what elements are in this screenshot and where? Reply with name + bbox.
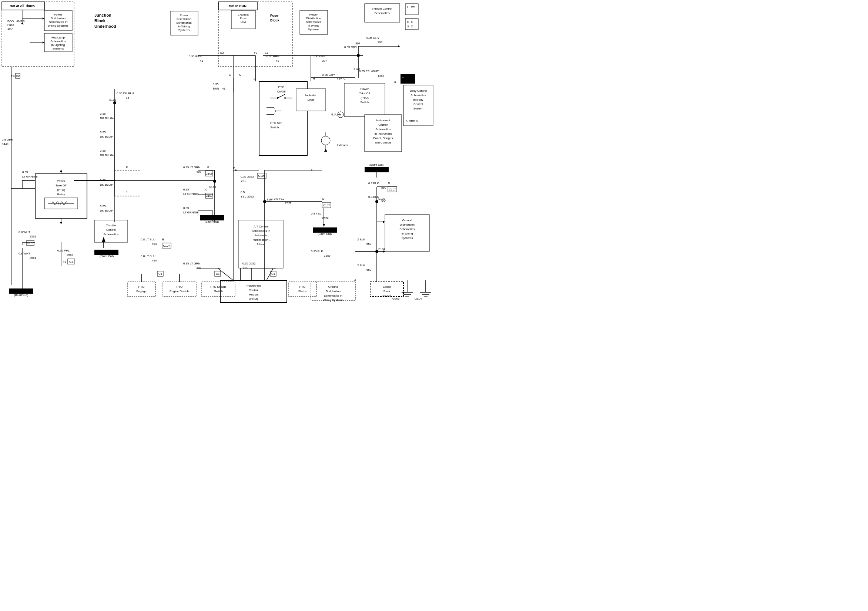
svg-text:Schematics in: Schematics in	[252, 229, 270, 233]
svg-text:0.35: 0.35	[100, 112, 106, 115]
svg-text:Schematics: Schematics	[399, 227, 415, 231]
svg-text:3440: 3440	[2, 142, 9, 146]
svg-text:H: H	[22, 242, 25, 246]
svg-text:0.35 GRY: 0.35 GRY	[366, 36, 380, 40]
svg-text:Schematics: Schematics	[306, 20, 321, 24]
svg-text:G: G	[229, 73, 231, 77]
c1-label: C1	[265, 51, 269, 54]
svg-text:0.35 LT GRN: 0.35 LT GRN	[183, 262, 201, 265]
svg-text:Distribution: Distribution	[177, 17, 191, 21]
svg-text:SP203: SP203	[382, 294, 392, 297]
svg-text:2522: 2522	[249, 262, 256, 265]
svg-text:488: 488	[196, 170, 202, 173]
svg-text:494: 494	[152, 242, 157, 246]
svg-text:C106: C106	[205, 172, 213, 175]
svg-text:0.35 GRY: 0.35 GRY	[322, 73, 335, 77]
svg-text:C107: C107	[163, 244, 170, 247]
svg-rect-181	[200, 215, 224, 220]
junction-block-label: Junction	[95, 13, 112, 17]
svg-text:Ground: Ground	[328, 285, 338, 288]
svg-text:Systems: Systems	[53, 47, 64, 50]
svg-text:0.35: 0.35	[183, 206, 189, 210]
s164-label: S164	[267, 198, 274, 201]
svg-text:Switch: Switch	[270, 126, 279, 129]
power-dist-1: Power	[54, 13, 62, 16]
svg-rect-243	[313, 227, 337, 233]
g203-label: G203	[392, 297, 400, 300]
ground-dist-box: Ground	[402, 218, 412, 222]
svg-text:0.35: 0.35	[100, 131, 106, 134]
svg-text:C: C	[205, 188, 208, 191]
g104-label: G104	[415, 297, 422, 300]
svg-text:0.8 LT BLU: 0.8 LT BLU	[141, 254, 155, 258]
svg-text:2522: 2522	[247, 195, 254, 198]
svg-text:0.35 PPL: 0.35 PPL	[57, 249, 70, 252]
svg-text:CRUISE: CRUISE	[238, 13, 249, 16]
f2-label: F2	[254, 51, 257, 54]
svg-text:in Lighting: in Lighting	[51, 43, 65, 46]
svg-text:Fuse: Fuse	[8, 23, 14, 26]
svg-text:0.35: 0.35	[242, 262, 248, 265]
svg-text:C107: C107	[205, 194, 213, 198]
svg-text:Schematics: Schematics	[375, 128, 391, 131]
svg-text:Schematics: Schematics	[103, 233, 118, 236]
svg-text:Schematics In: Schematics In	[49, 20, 67, 24]
svg-text:Distribution: Distribution	[326, 289, 341, 293]
svg-text:C106: C106	[258, 174, 265, 178]
throttle-control-mid: Throttle	[106, 224, 116, 227]
svg-text:2561: 2561	[29, 256, 36, 260]
svg-text:(Blunt Cut): (Blunt Cut)	[99, 254, 114, 258]
svg-text:Fuse: Fuse	[240, 17, 246, 20]
svg-text:Module: Module	[249, 293, 259, 296]
svg-text:←: ←	[401, 76, 404, 79]
svg-text:Relay: Relay	[57, 193, 65, 196]
svg-text:0.8 WHT: 0.8 WHT	[19, 230, 30, 234]
svg-text:Schematics: Schematics	[176, 21, 191, 25]
svg-text:Systems: Systems	[178, 28, 190, 32]
svg-text:397: 397	[355, 42, 361, 45]
svg-text:Schematics: Schematics	[50, 40, 65, 43]
svg-text:Underhood: Underhood	[95, 24, 116, 28]
svg-text:494: 494	[152, 259, 157, 262]
svg-text:Block –: Block –	[95, 19, 109, 23]
svg-text:2562: 2562	[67, 253, 73, 257]
indicator-label: Indicator	[337, 144, 348, 147]
svg-text:D: D	[388, 182, 390, 185]
e2-label: E2	[220, 51, 224, 54]
svg-text:Distribution: Distribution	[306, 17, 321, 20]
svg-text:Switch: Switch	[214, 289, 223, 293]
pto-enable-switch-label: PTO Enable	[210, 285, 226, 288]
svg-text:(PTO): (PTO)	[361, 96, 369, 99]
svg-text:DK BLU: DK BLU	[100, 153, 111, 157]
f4-label: F4	[11, 74, 15, 78]
svg-text:DK BLU: DK BLU	[100, 209, 111, 212]
svg-text:Distribution: Distribution	[51, 17, 65, 20]
svg-text:C1: C1	[216, 272, 220, 275]
svg-text:J: J	[126, 190, 127, 194]
svg-text:41: 41	[200, 59, 203, 62]
svg-text:Schematics: Schematics	[411, 94, 426, 97]
svg-text:Block: Block	[270, 19, 280, 22]
svg-text:B: B	[162, 238, 164, 241]
svg-text:C107: C107	[323, 204, 330, 207]
svg-text:Switch: Switch	[360, 101, 369, 104]
s163-label: S163	[209, 185, 216, 189]
svg-text:C107: C107	[389, 188, 396, 191]
pto-engage-label: PTO	[138, 285, 144, 288]
svg-text:0.35: 0.35	[240, 175, 246, 178]
svg-text:84: 84	[110, 183, 114, 186]
svg-text:C2: C2	[16, 74, 20, 78]
svg-text:in Wiring: in Wiring	[308, 24, 319, 27]
svg-text:Pack: Pack	[383, 289, 391, 293]
svg-text:Panel, Gauges: Panel, Gauges	[374, 136, 393, 140]
svg-text:Control: Control	[249, 288, 258, 292]
svg-text:Wiring Systems: Wiring Systems	[48, 24, 68, 27]
svg-text:0.8 WHT: 0.8 WHT	[19, 252, 30, 255]
svg-text:Status: Status	[298, 289, 307, 293]
svg-text:2 BLK: 2 BLK	[357, 238, 365, 241]
svg-text:2561: 2561	[29, 235, 36, 238]
instrument-cluster-box: Instrument	[376, 119, 391, 122]
svg-text:Control: Control	[414, 102, 423, 106]
svg-text:S: S	[407, 25, 409, 28]
svg-text:YEL: YEL	[242, 266, 248, 270]
